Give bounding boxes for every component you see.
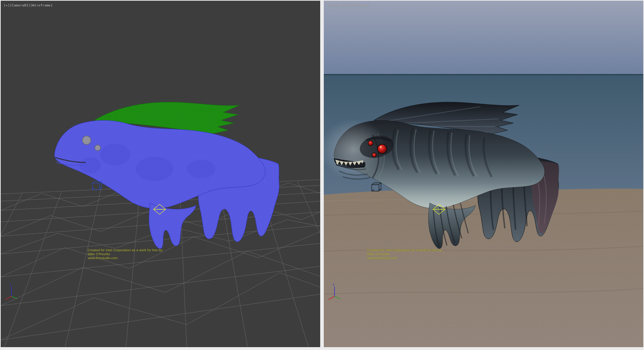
viewport-camera-button[interactable]: [Camera01]: [10, 3, 30, 7]
sky-background: [324, 1, 643, 76]
wireframe-scene: z: [1, 1, 320, 347]
shaded-scene: z: [324, 1, 643, 347]
viewport-shading-button[interactable]: [Wireframe]: [30, 3, 53, 7]
viewport-menu-button[interactable]: [+]: [327, 3, 333, 7]
axis-z-label: z: [333, 283, 335, 286]
viewport-camera-button[interactable]: [Camera01]: [333, 3, 353, 7]
watermark-text: Created for Intel Corporation as a work …: [367, 248, 443, 260]
viewport-label-wireframe: [+][Camera01][Wireframe]: [4, 3, 53, 7]
max-two-viewport-layout: [+][Camera01][Wireframe]: [0, 0, 644, 350]
axis-z-label: z: [10, 283, 11, 286]
watermark-text: Created for Intel Corporation as a work …: [88, 248, 163, 260]
viewport-wireframe[interactable]: [+][Camera01][Wireframe]: [1, 1, 320, 347]
viewport-menu-button[interactable]: [+]: [4, 3, 10, 7]
viewport-shaded[interactable]: [+][Camera01][Shaded]: [324, 1, 643, 347]
sea-horizon-line: [324, 74, 643, 75]
viewport-label-shaded: [+][Camera01][Shaded]: [327, 3, 370, 7]
viewport-shading-button[interactable]: [Shaded]: [353, 3, 370, 7]
